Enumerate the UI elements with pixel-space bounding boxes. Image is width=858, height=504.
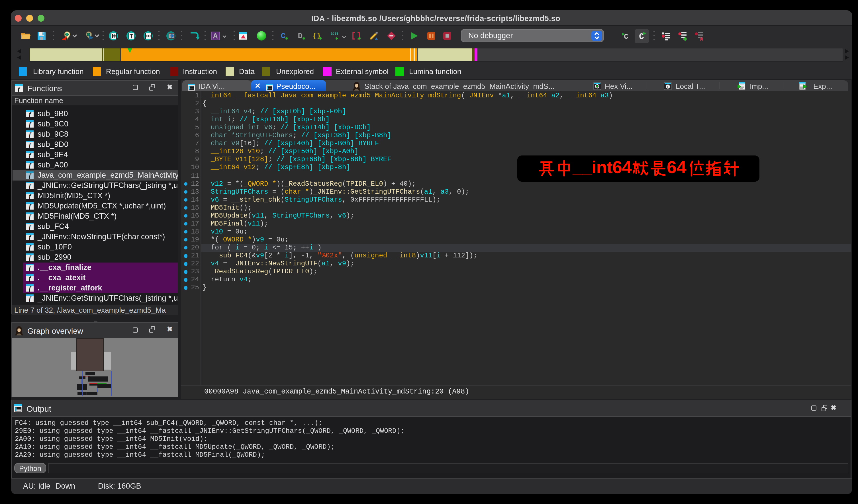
- svg-text:D: D: [298, 31, 303, 40]
- svg-text:010: 010: [146, 34, 151, 37]
- svg-text:C: C: [281, 31, 286, 40]
- svg-text:C: C: [624, 32, 629, 41]
- svg-text:t: t: [667, 84, 669, 88]
- svg-text:{}: {}: [313, 32, 321, 39]
- svg-text:A: A: [213, 32, 218, 39]
